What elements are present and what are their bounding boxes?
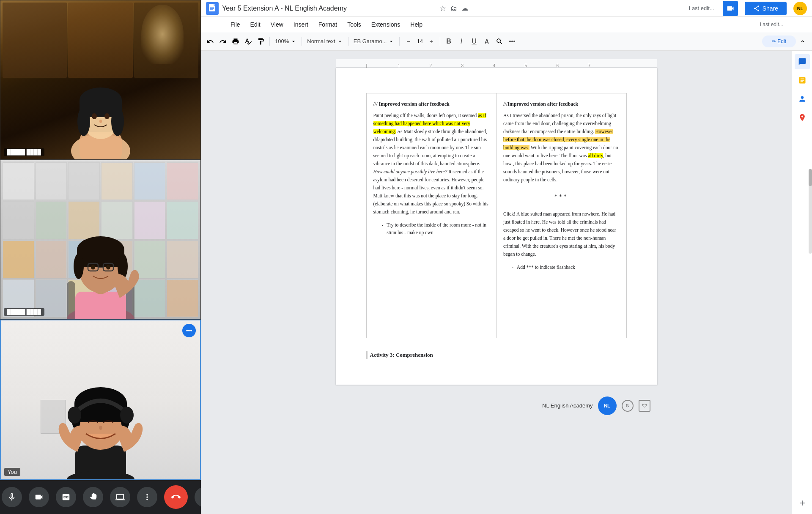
separator-3 [348,37,348,46]
svg-point-8 [104,113,110,119]
docs-panel: Year 5 Extension A - NL English Academy … [201,0,812,514]
underline-button[interactable]: U [468,36,480,47]
svg-point-23 [91,265,95,270]
style-value: Normal text [307,38,335,44]
spell-check-button[interactable] [242,36,254,47]
separator-stars: *** [503,192,620,202]
menu-bar: File Edit View Insert Format Tools Exten… [201,17,812,32]
undo-button[interactable] [204,36,216,47]
video-tiles: █████ ████ [0,0,201,480]
sidebar-contacts-icon[interactable] [795,91,810,107]
mute-button[interactable] [2,487,22,507]
video-tile-2: █████ ████ [0,160,201,320]
end-call-button[interactable] [164,485,188,509]
paint-format-button[interactable] [255,36,267,47]
svg-point-18 [74,254,84,279]
doc-footer: NL English Academy NL ↻ 🛡 [336,393,657,418]
meet-icon-button[interactable] [723,1,738,16]
edit-mode-button[interactable]: ✏ Edit [762,36,796,47]
svg-rect-11 [75,292,126,319]
font-dropdown[interactable]: EB Garamo... [351,36,397,47]
print-button[interactable] [230,36,241,47]
title-icons: ☆ 🗂 ☁ [439,4,468,13]
menu-file[interactable]: File [226,19,244,30]
col2-header: Improved version after feedback [508,101,578,107]
zoom-value: 100% [275,38,289,44]
folder-icon[interactable]: 🗂 [450,5,457,12]
share-label: Share [763,5,778,12]
menu-tools[interactable]: Tools [343,19,365,30]
decrease-font-button[interactable]: − [402,36,414,47]
svg-point-24 [106,265,110,270]
more-toolbar-button[interactable]: ••• [506,36,518,47]
increase-font-button[interactable]: + [425,36,437,47]
separator-2 [302,37,302,46]
doc-column-1: /// Improved version after feedback Pain… [367,93,497,338]
participant-2-name: █████ ████ [4,308,44,316]
separator-1 [269,37,270,46]
controls-bar: t... [0,480,201,514]
more-controls-button[interactable] [137,487,157,507]
present-button[interactable] [110,487,130,507]
sidebar-maps-icon[interactable] [795,110,810,125]
svg-point-34 [120,407,134,424]
more-options-button[interactable]: ••• [182,324,196,337]
vertical-scrollbar[interactable] [809,169,812,254]
camera-button[interactable] [29,487,49,507]
svg-point-33 [68,407,81,424]
star-icon[interactable]: ☆ [439,4,446,13]
menu-insert[interactable]: Insert [289,19,313,30]
document-page: /// Improved version after feedback Pain… [336,68,657,385]
video-panel: █████ ████ [0,0,201,514]
menu-view[interactable]: View [266,19,288,30]
svg-point-5 [77,107,90,136]
nl-badge: NL [598,396,617,415]
svg-point-7 [92,113,97,119]
svg-rect-17 [77,250,124,267]
separator-5 [440,37,440,46]
text-color-button[interactable]: A [481,36,493,47]
menu-help[interactable]: Help [406,19,427,30]
share-button[interactable]: Share [745,2,787,15]
svg-rect-12 [67,281,75,319]
last-edit-text: Last edit... [760,22,783,27]
font-size-display: 14 [415,38,424,44]
highlight-button[interactable] [494,36,505,47]
academy-name: NL English Academy [542,402,593,409]
italic-button[interactable]: I [455,36,467,47]
raise-hand-button[interactable] [83,487,103,507]
svg-point-9 [99,120,102,123]
captions-button[interactable] [56,487,76,507]
shield-icon[interactable]: 🛡 [639,400,650,412]
cloud-icon[interactable]: ☁ [461,4,468,12]
menu-format[interactable]: Format [314,19,341,30]
style-dropdown[interactable]: Normal text [304,36,345,47]
activity-section: Activity 3: Comprehension [366,351,627,359]
toolbar: 100% Normal text EB Garamo... − 14 + B I… [201,32,812,51]
docs-app-icon [206,2,219,15]
zoom-dropdown[interactable]: 100% [272,36,299,47]
menu-edit[interactable]: Edit [246,19,265,30]
activity-title: Activity 3: Comprehension [370,351,627,359]
bold-button[interactable]: B [443,36,455,47]
separator-4 [399,37,400,46]
col2-bullet: - Add *** to indicate flashback [512,263,620,271]
menu-extensions[interactable]: Extensions [367,19,404,30]
video-tile-you: You ••• [0,320,201,480]
video-tile-1: █████ ████ [0,0,201,160]
refresh-icon[interactable]: ↻ [622,400,634,412]
col1-bullet: - Try to describe the inside of the room… [382,221,490,237]
sidebar-add-icon[interactable] [795,495,810,511]
svg-point-35 [99,426,102,430]
collapse-toolbar-button[interactable] [797,36,809,47]
sidebar-explore-icon[interactable] [795,73,810,88]
col1-header: Improved version after feedback [379,101,450,107]
participant-1-name: █████ ████ [4,148,44,156]
font-value: EB Garamo... [354,38,387,44]
sidebar-chat-icon[interactable] [795,54,810,69]
user-avatar[interactable]: NL [793,2,807,15]
document-area: | 1 2 3 4 5 6 7 [201,51,792,514]
doc-column-2: ///Improved version after feedback As I … [497,93,626,338]
redo-button[interactable] [217,36,229,47]
right-sidebar [792,51,812,514]
